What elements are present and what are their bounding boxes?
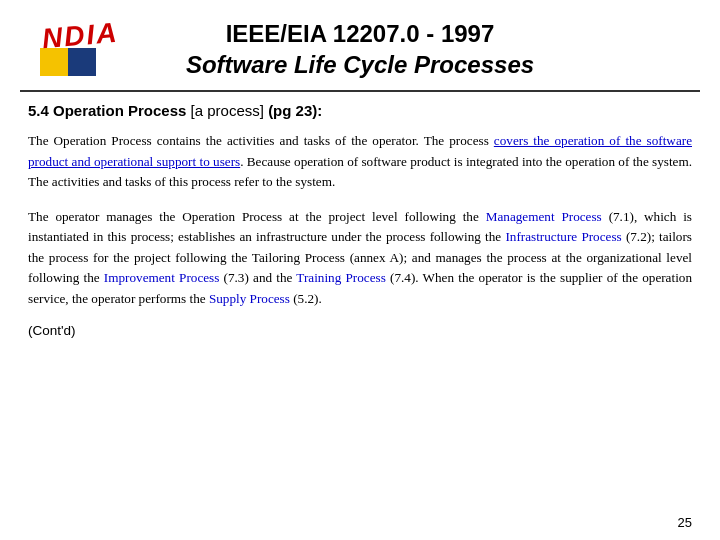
para2-blue2: Infrastructure Process	[505, 229, 621, 244]
page-number: 25	[678, 515, 692, 530]
title-block: IEEE/EIA 12207.0 - 1997 Software Life Cy…	[186, 18, 534, 80]
para2-blue4: Training Process	[296, 270, 385, 285]
para1-text1: The Operation Process contains the activ…	[28, 133, 494, 148]
ndia-logo: NDIA	[20, 10, 100, 80]
section-heading: 5.4 Operation Process [a process] (pg 23…	[28, 102, 692, 119]
para2-blue3: Improvement Process	[104, 270, 220, 285]
paragraph-1: The Operation Process contains the activ…	[28, 131, 692, 192]
para2-text4: (7.3) and the	[219, 270, 296, 285]
content-area: 5.4 Operation Process [a process] (pg 23…	[0, 102, 720, 338]
para2-blue5: Supply Process	[209, 291, 290, 306]
title-sub: Software Life Cycle Processes	[186, 49, 534, 80]
heading-pg: (pg 23):	[268, 102, 322, 119]
header-divider	[20, 90, 700, 92]
ndia-text: NDIA	[41, 17, 120, 56]
para2-text6: (5.2).	[290, 291, 322, 306]
para2-text1: The operator manages the Operation Proce…	[28, 209, 486, 224]
contd-label: (Cont'd)	[28, 323, 692, 338]
heading-text: 5.4 Operation Process	[28, 102, 186, 119]
header: NDIA IEEE/EIA 12207.0 - 1997 Software Li…	[0, 0, 720, 90]
paragraph-2: The operator manages the Operation Proce…	[28, 207, 692, 309]
para2-blue1: Management Process	[486, 209, 602, 224]
heading-bracket: [a process]	[191, 102, 264, 119]
title-main: IEEE/EIA 12207.0 - 1997	[186, 18, 534, 49]
